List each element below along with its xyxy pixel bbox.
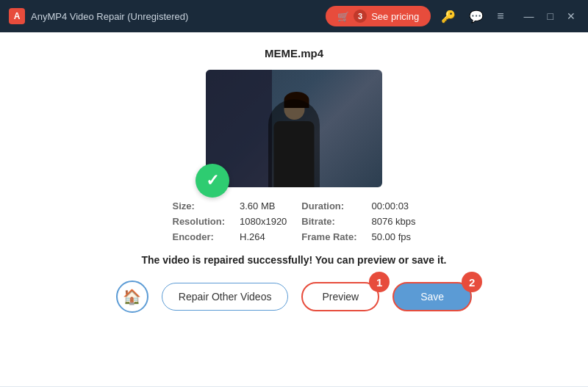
see-pricing-button[interactable]: 🛒 3 See pricing [326, 6, 431, 26]
size-value: 3.60 MB [240, 200, 287, 211]
video-person [274, 99, 315, 187]
video-thumbnail [206, 70, 382, 187]
encoder-label: Encoder: [173, 231, 226, 242]
encoder-value: H.264 [240, 231, 287, 242]
pricing-label: See pricing [371, 11, 419, 22]
framerate-value: 50.00 fps [371, 231, 415, 242]
video-container [206, 70, 382, 187]
resolution-value: 1080x1920 [240, 216, 287, 227]
cart-icon: 🛒 [337, 11, 349, 22]
preview-button-wrap: Preview 1 [301, 282, 379, 311]
person-body [274, 121, 315, 187]
video-filename: MEME.mp4 [265, 47, 323, 59]
app-icon: A [9, 8, 25, 24]
save-button-wrap: Save 2 [392, 282, 472, 311]
home-icon: 🏠 [123, 288, 141, 305]
home-button[interactable]: 🏠 [116, 281, 148, 313]
title-bar-right: 🛒 3 See pricing 🔑 💬 ≡ — □ ✕ [326, 6, 579, 26]
person-head [284, 99, 304, 120]
key-icon[interactable]: 🔑 [438, 8, 459, 25]
framerate-label: Frame Rate: [301, 231, 356, 242]
duration-label: Duration: [301, 200, 356, 211]
chat-icon[interactable]: 💬 [466, 8, 487, 25]
bitrate-value: 8076 kbps [371, 216, 415, 227]
repair-others-button[interactable]: Repair Other Videos [162, 283, 289, 311]
maximize-button[interactable]: □ [544, 9, 557, 23]
person-hair [284, 92, 309, 108]
main-content: MEME.mp4 Size: 3.60 MB Duration: 00:00:0… [0, 32, 588, 387]
status-message: The video is repaired successfully! You … [142, 254, 447, 266]
resolution-label: Resolution: [173, 216, 226, 227]
repair-success-check [196, 164, 229, 198]
size-label: Size: [173, 200, 226, 211]
minimize-button[interactable]: — [520, 9, 538, 23]
save-button[interactable]: Save [392, 282, 472, 311]
pricing-badge: 3 [354, 10, 367, 23]
title-bar: A AnyMP4 Video Repair (Unregistered) 🛒 3… [0, 0, 588, 32]
preview-button[interactable]: Preview [301, 282, 379, 311]
duration-value: 00:00:03 [371, 200, 415, 211]
close-button[interactable]: ✕ [563, 9, 579, 23]
preview-badge: 1 [369, 272, 390, 292]
title-bar-left: A AnyMP4 Video Repair (Unregistered) [9, 8, 188, 24]
app-title: AnyMP4 Video Repair (Unregistered) [31, 11, 188, 22]
bitrate-label: Bitrate: [301, 216, 356, 227]
window-controls: — □ ✕ [520, 9, 579, 23]
bottom-buttons: 🏠 Repair Other Videos Preview 1 Save 2 [116, 281, 472, 313]
menu-icon[interactable]: ≡ [494, 8, 506, 24]
save-badge: 2 [462, 272, 482, 292]
file-info-grid: Size: 3.60 MB Duration: 00:00:03 Resolut… [173, 200, 416, 242]
